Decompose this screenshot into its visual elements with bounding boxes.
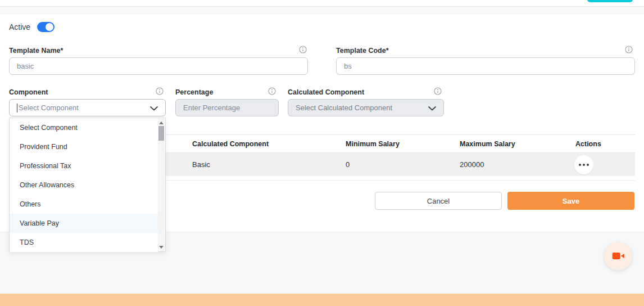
- component-select[interactable]: Select Component: [9, 99, 166, 116]
- text-cursor: [17, 104, 17, 112]
- cell-calculated-component: Basic: [183, 160, 337, 169]
- component-dropdown-panel: Select Component Provident Fund Professi…: [9, 118, 166, 252]
- dropdown-option[interactable]: Provident Fund: [10, 137, 158, 156]
- cell-minimum-salary: 0: [337, 160, 451, 169]
- calculated-component-label: Calculated Component: [288, 88, 364, 96]
- save-button[interactable]: Save: [507, 192, 634, 210]
- toggle-knob: [46, 23, 53, 31]
- dot: [583, 164, 585, 166]
- row-actions-button[interactable]: [574, 155, 593, 174]
- page-gap-band: [0, 7, 644, 14]
- cancel-button[interactable]: Cancel: [375, 192, 502, 210]
- percentage-label: Percentage: [175, 88, 213, 96]
- scroll-up-arrow-icon[interactable]: [159, 122, 164, 124]
- template-name-value: basic: [17, 62, 34, 70]
- video-record-button[interactable]: [604, 242, 632, 270]
- chevron-down-icon: [150, 106, 158, 111]
- template-name-input[interactable]: basic: [9, 57, 308, 75]
- component-label: Component: [9, 88, 48, 96]
- template-name-label: Template Name*: [9, 47, 63, 55]
- header-accent-button[interactable]: [587, 0, 633, 2]
- dropdown-option-highlighted[interactable]: Variable Pay: [10, 214, 158, 233]
- col-actions: Actions: [566, 140, 635, 148]
- percentage-placeholder: Enter Percentage: [183, 104, 240, 112]
- info-icon[interactable]: [299, 46, 307, 53]
- scroll-down-arrow-icon[interactable]: [159, 246, 164, 249]
- calculated-component-select-value: Select Calculated Component: [296, 104, 392, 112]
- active-toggle[interactable]: [37, 22, 55, 32]
- template-code-input[interactable]: bs: [336, 57, 635, 75]
- info-icon[interactable]: [625, 46, 633, 53]
- col-maximum-salary: Maximum Salary: [451, 140, 566, 148]
- col-calculated-component: Calculated Component: [183, 140, 337, 148]
- active-label: Active: [9, 22, 30, 32]
- info-icon[interactable]: [268, 87, 276, 95]
- video-camera-icon: [611, 249, 625, 263]
- component-select-value: Select Component: [19, 104, 79, 112]
- dropdown-option[interactable]: Others: [10, 195, 158, 214]
- footer-bar: [0, 294, 644, 306]
- info-icon[interactable]: [434, 87, 442, 95]
- col-minimum-salary: Minimum Salary: [337, 140, 451, 148]
- template-code-value: bs: [344, 62, 352, 70]
- dropdown-option[interactable]: Professional Tax: [10, 156, 158, 176]
- dot: [579, 164, 581, 166]
- cell-maximum-salary: 200000: [451, 160, 566, 169]
- cell-actions: [566, 155, 635, 174]
- info-icon[interactable]: [156, 87, 164, 95]
- dropdown-option[interactable]: Other Allowances: [10, 176, 158, 195]
- chevron-down-icon: [428, 106, 436, 111]
- calculated-component-select[interactable]: Select Calculated Component: [288, 99, 444, 116]
- dot: [587, 164, 589, 166]
- dropdown-option[interactable]: TDS: [10, 233, 158, 252]
- top-header-strip: [0, 0, 644, 7]
- scrollbar-thumb[interactable]: [158, 126, 164, 141]
- dropdown-scrollbar[interactable]: [158, 119, 165, 251]
- percentage-input[interactable]: Enter Percentage: [175, 99, 279, 116]
- template-code-label: Template Code*: [336, 47, 389, 55]
- dropdown-option[interactable]: Select Component: [10, 118, 158, 137]
- salary-template-form-screen: Active Template Name* Template Code* bas…: [0, 0, 644, 306]
- active-row: Active: [9, 21, 55, 33]
